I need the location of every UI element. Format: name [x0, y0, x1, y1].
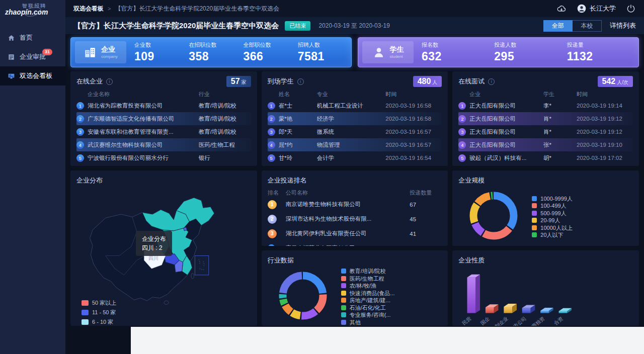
map-legend-label: 50 家以上	[92, 298, 116, 308]
user-menu[interactable]: 长江大学	[577, 4, 616, 14]
province-beijing[interactable]	[183, 227, 187, 231]
legend-item[interactable]: 教育/培训/院校	[341, 268, 395, 275]
cell-industry: 教育/培训/院校	[199, 115, 251, 123]
panel-delivery-ranking: 企业投递排名 排名 公司名称 投递数量 1南京诺唯赞生物科技有限公司672深圳市…	[262, 170, 448, 246]
table-row[interactable]: 4宜昌人福药业有限责任公司39	[268, 241, 442, 246]
online-interviews-rows: 1正大岳阳有限公司李*2020-03-19 19:142正大岳阳有限公司肖*20…	[458, 99, 633, 164]
cell-time: 2020-03-19 19:12	[577, 116, 633, 122]
student-summary-card: 学生 student 报名数 632 投递人数 295 投递量 113	[358, 37, 639, 67]
stat-hiring-headcount: 招聘人数 7581	[293, 41, 347, 63]
table-row[interactable]: 3郎*天微系统2020-03-19 16:57	[268, 125, 442, 138]
cell-student: 肖*	[543, 115, 577, 123]
map-legend-swatch	[82, 310, 89, 315]
breadcrumb-root[interactable]: 双选会看板	[73, 5, 104, 13]
legend-item[interactable]: 1000-9999人	[532, 195, 573, 203]
sidebar-item-home[interactable]: 首页	[0, 28, 65, 47]
table-row[interactable]: 2蒙*艳经济学2020-03-19 16:58	[268, 112, 442, 125]
cell-time: 2020-03-19 16:58	[385, 116, 442, 122]
power-logout-icon[interactable]	[626, 4, 636, 14]
table-row[interactable]: 2正大岳阳有限公司肖*2020-03-19 19:12	[458, 112, 633, 125]
legend-item[interactable]: 快速消费品(食品...	[341, 290, 395, 297]
legend-item[interactable]: 20人以下	[532, 231, 573, 239]
rank-badge: 2	[76, 115, 84, 123]
map-legend: 50 家以上11 - 50 家6 - 10 家1 - 5 家	[82, 298, 116, 326]
table-row[interactable]: 2深圳市达科为生物技术股份有限...45	[268, 212, 442, 226]
topbar: 双选会看板 > 【官方】长江大学生命科学学院2020届毕业生春季空中双选会 长江…	[65, 0, 644, 17]
legend-item[interactable]: 专业服务/咨询(...	[341, 311, 395, 319]
cell-time: 2020-03-19 16:54	[385, 155, 442, 161]
table-row[interactable]: 5甘*玲会计学2020-03-19 16:54	[268, 151, 442, 164]
legend-swatch	[532, 232, 537, 237]
cloud-download-icon[interactable]	[556, 4, 567, 14]
legend-swatch	[341, 305, 346, 310]
cell-company: 正大岳阳有限公司	[469, 141, 543, 149]
table-row[interactable]: 4武汉赛维尔生物科技有限公司医药/生物工程	[76, 138, 251, 151]
panel-title: 在线企业	[76, 77, 103, 86]
zhaopin-logo[interactable]: 智联招聘 zhaopin.com	[0, 0, 65, 23]
table-row[interactable]: 3安徽省东联和信教育管理有限责...教育/培训/院校	[76, 125, 251, 138]
info-icon[interactable]: i	[297, 78, 304, 85]
map-legend-item[interactable]: 11 - 50 家	[82, 308, 116, 317]
sidebar-menu: 首页 企业审批 31 双选会看板	[0, 28, 65, 85]
table-row[interactable]: 3正大岳阳有限公司肖*2020-03-19 19:12	[458, 125, 633, 138]
map-legend-item[interactable]: 6 - 10 家	[82, 317, 116, 326]
table-row[interactable]: 1湖北省为踪教育投资有限公司教育/培训/院校	[76, 99, 251, 112]
legend-swatch	[341, 298, 346, 303]
legend-item[interactable]: 农/林/牧/渔	[341, 282, 395, 290]
table-row[interactable]: 3湖北黄冈伊利乳业有限责任公司41	[268, 226, 442, 241]
legend-item[interactable]: 医药/生物工程	[341, 275, 395, 283]
cell-name: 湖北省为踪教育投资有限公司	[88, 102, 199, 110]
legend-swatch	[341, 320, 346, 325]
student-card-sublabel: student	[390, 54, 404, 59]
page-title: 【官方】长江大学生命科学学院2020届毕业生春季空中双选会	[73, 21, 279, 31]
stat-application-volume: 投递量 1132	[562, 41, 634, 63]
legend-item[interactable]: 其他	[341, 319, 395, 326]
table-row[interactable]: 1崔*士机械工程工业设计2020-03-19 16:58	[268, 99, 442, 112]
table-row[interactable]: 1南京诺唯赞生物科技有限公司67	[268, 197, 442, 212]
china-map-svg: 四川	[76, 188, 252, 307]
legend-item[interactable]: 10000人以上	[532, 224, 573, 232]
table-row[interactable]: 2广东顺德智适应文化传播有限公司教育/培训/院校	[76, 112, 251, 125]
home-icon	[8, 34, 15, 42]
legend-item[interactable]: 100-499人	[532, 202, 573, 210]
company-card-label: 企业	[101, 46, 117, 53]
sidebar-item-company-approval[interactable]: 企业审批 31	[0, 47, 65, 66]
cell-student: 李*	[543, 102, 577, 110]
legend-item[interactable]: 20-99人	[532, 217, 573, 224]
legend-swatch	[341, 291, 346, 296]
footer-blank-strip	[131, 327, 644, 354]
table-row[interactable]: 4屈*约物流管理2020-03-19 16:57	[268, 138, 442, 151]
table-row[interactable]: 5宁波银行股份有限公司丽水分行银行	[76, 151, 251, 164]
info-icon[interactable]: i	[106, 78, 113, 85]
map-legend-item[interactable]: 50 家以上	[82, 298, 116, 308]
legend-label: 教育/培训/院校	[350, 268, 386, 275]
cell-time: 2020-03-19 16:57	[385, 142, 442, 148]
sidebar-item-fair-dashboard[interactable]: 双选会看板	[0, 66, 65, 85]
legend-label: 20人以下	[540, 231, 563, 239]
legend-swatch	[532, 203, 537, 208]
date-range: 2020-03-19 至 2020-03-19	[318, 22, 389, 30]
company-scale-donut	[465, 188, 522, 246]
user-name: 长江大学	[590, 4, 616, 13]
toggle-all[interactable]: 全部	[543, 20, 573, 32]
table-row[interactable]: 5骏起（武汉）科技有...胡*2020-03-19 17:02	[458, 151, 633, 164]
panel-title: 到场学生	[268, 77, 294, 86]
china-map[interactable]: 四川 企业分布 四川 : 2	[76, 188, 251, 307]
summary-row: 企业 company 企业数 109 在招职位数 358 全部职位数	[70, 37, 639, 67]
info-icon[interactable]: i	[488, 78, 495, 85]
toggle-school[interactable]: 本校	[573, 20, 602, 32]
legend-item[interactable]: 石油/石化/化工	[341, 304, 395, 312]
cell-student: 肖*	[543, 128, 577, 136]
table-row[interactable]: 4正大岳阳有限公司张*2020-03-19 19:10	[458, 138, 633, 151]
legend-item[interactable]: 房地产/建筑/建...	[341, 297, 395, 304]
student-icon-box: 学生 student	[362, 41, 414, 63]
panel-title: 企业分布	[76, 176, 103, 185]
legend-swatch	[532, 211, 537, 216]
cell-industry: 医药/生物工程	[199, 141, 251, 149]
legend-item[interactable]: 500-999人	[532, 210, 573, 217]
table-row[interactable]: 1正大岳阳有限公司李*2020-03-19 19:14	[458, 99, 633, 112]
student-card-label: 学生	[390, 46, 404, 53]
detail-list-link[interactable]: 详情列表	[610, 21, 636, 30]
cell-major: 机械工程工业设计	[317, 102, 386, 110]
dashboard-icon	[8, 72, 15, 80]
